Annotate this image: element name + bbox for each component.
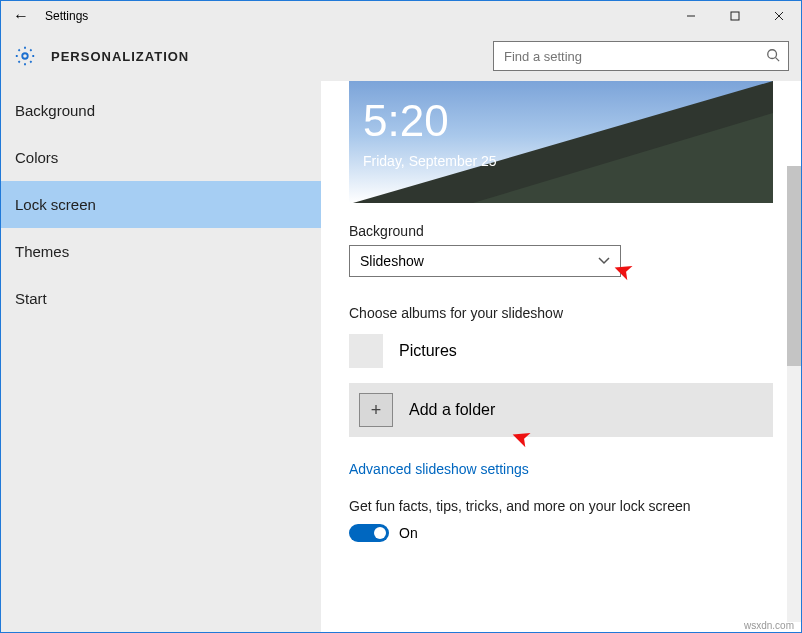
add-folder-button[interactable]: + Add a folder [349, 383, 773, 437]
search-box[interactable] [493, 41, 789, 71]
watermark: wsxdn.com [744, 620, 794, 631]
content-pane: 5:20 Friday, September 25 Background Sli… [321, 81, 801, 632]
search-icon [766, 48, 780, 65]
sidebar-item-colors[interactable]: Colors [1, 134, 321, 181]
maximize-button[interactable] [713, 1, 757, 31]
titlebar: ← Settings [1, 1, 801, 31]
settings-window: ← Settings PERSONALIZATION Background Co… [0, 0, 802, 633]
preview-date: Friday, September 25 [363, 153, 497, 169]
album-item[interactable]: Pictures [349, 333, 773, 369]
maximize-icon [730, 11, 740, 21]
window-title: Settings [41, 9, 88, 23]
fun-facts-label: Get fun facts, tips, tricks, and more on… [349, 498, 773, 514]
search-input[interactable] [502, 48, 766, 65]
body: Background Colors Lock screen Themes Sta… [1, 81, 801, 632]
sidebar-item-background[interactable]: Background [1, 87, 321, 134]
sidebar-item-themes[interactable]: Themes [1, 228, 321, 275]
fun-facts-toggle-row: On [349, 524, 773, 542]
advanced-slideshow-link[interactable]: Advanced slideshow settings [349, 461, 529, 477]
gear-icon [13, 44, 37, 68]
svg-rect-1 [731, 12, 739, 20]
close-icon [774, 11, 784, 21]
background-label: Background [349, 223, 773, 239]
minimize-button[interactable] [669, 1, 713, 31]
background-dropdown[interactable]: Slideshow [349, 245, 621, 277]
albums-label: Choose albums for your slideshow [349, 305, 773, 321]
close-button[interactable] [757, 1, 801, 31]
chevron-down-icon [598, 254, 610, 268]
background-selected: Slideshow [360, 253, 424, 269]
toggle-knob [374, 527, 386, 539]
back-button[interactable]: ← [1, 7, 41, 25]
scrollbar-thumb[interactable] [787, 166, 801, 366]
scrollbar[interactable] [787, 166, 801, 622]
sidebar-item-lock-screen[interactable]: Lock screen [1, 181, 321, 228]
toggle-state: On [399, 525, 418, 541]
svg-point-4 [22, 53, 28, 59]
plus-icon: + [359, 393, 393, 427]
svg-point-5 [768, 49, 777, 58]
fun-facts-toggle[interactable] [349, 524, 389, 542]
svg-line-6 [776, 57, 780, 61]
minimize-icon [686, 11, 696, 21]
sidebar: Background Colors Lock screen Themes Sta… [1, 81, 321, 632]
section-title: PERSONALIZATION [51, 49, 189, 64]
album-name: Pictures [399, 342, 457, 360]
header: PERSONALIZATION [1, 31, 801, 81]
add-folder-label: Add a folder [409, 401, 495, 419]
sidebar-item-start[interactable]: Start [1, 275, 321, 322]
preview-time: 5:20 [363, 99, 449, 143]
album-thumb [349, 334, 383, 368]
lockscreen-preview: 5:20 Friday, September 25 [349, 81, 773, 203]
